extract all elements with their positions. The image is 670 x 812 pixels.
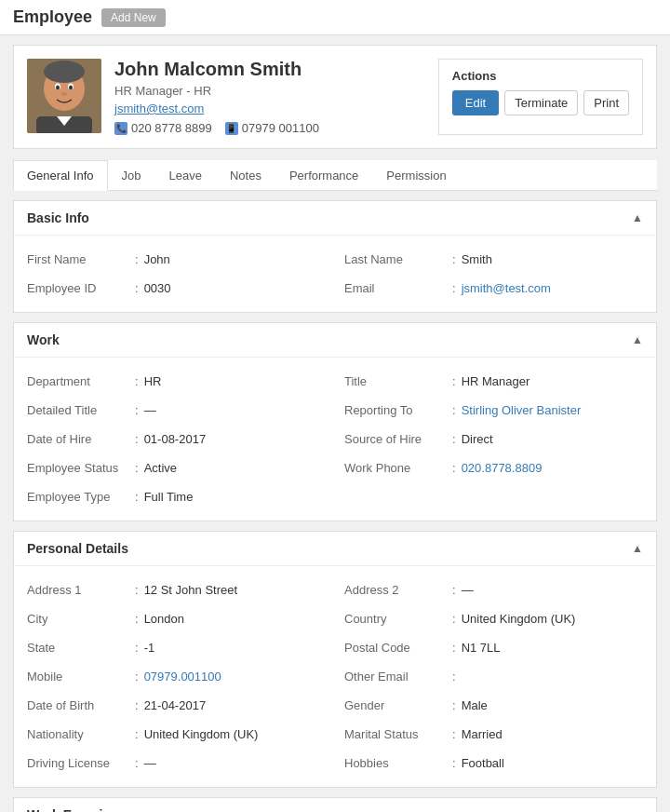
work-toggle: ▲ [632,333,643,346]
date-hire-row: Date of Hire : 01-08-2017 [27,428,326,450]
postal-code-label: Postal Code [344,641,447,655]
basic-info-header[interactable]: Basic Info ▲ [14,201,656,236]
page-title: Employee [13,7,92,27]
mobile-row: Mobile : 07979.001100 [27,666,326,687]
tabs-bar: General Info Job Leave Notes Performance… [13,160,657,191]
nationality-label: Nationality [27,727,129,741]
reporting-to-value: Stirling Oliver Banister [462,403,582,417]
email-value: jsmith@test.com [462,281,551,295]
basic-info-body: First Name : John Last Name : Smith Empl… [14,236,656,312]
detailed-title-label: Detailed Title [27,403,129,417]
tab-notes[interactable]: Notes [216,160,275,191]
source-hire-value: Direct [462,432,493,446]
svg-point-5 [56,86,60,90]
department-value: HR [144,374,162,388]
add-new-button[interactable]: Add New [101,8,166,27]
state-label: State [27,641,129,655]
city-label: City [27,612,129,626]
actions-box: Actions Edit Terminate Print [438,59,643,135]
tab-job[interactable]: Job [108,160,155,191]
department-label: Department [27,374,129,388]
detailed-title-row: Detailed Title : — [27,399,326,421]
address2-label: Address 2 [344,583,447,597]
work-header[interactable]: Work ▲ [14,323,656,358]
actions-title: Actions [452,69,629,83]
email-row: Email : jsmith@test.com [344,277,643,299]
personal-details-body: Address 1 : 12 St John Street Address 2 … [14,566,656,787]
city-value: London [144,612,184,626]
employee-status-row: Employee Status : Active [27,457,326,479]
email-link[interactable]: jsmith@test.com [462,281,551,295]
work-experience-title: Work Experience [27,807,132,812]
marital-status-row: Marital Status : Married [344,724,643,745]
hobbies-label: Hobbies [344,756,447,770]
work-experience-header[interactable]: Work Experience ▲ [14,798,656,812]
tab-leave[interactable]: Leave [155,160,216,191]
department-row: Department : HR [27,371,326,392]
phone-icon: 📞 [114,122,127,135]
last-name-label: Last Name [344,252,447,266]
profile-email[interactable]: jsmith@test.com [114,102,319,115]
driving-license-row: Driving License : — [27,752,326,774]
mobile-value: 07979.001100 [144,670,221,683]
title-value: HR Manager [462,374,530,388]
title-label: Title [344,374,447,388]
phone-contact: 📞 020 8778 8899 [114,121,212,135]
svg-point-2 [44,61,85,83]
hobbies-row: Hobbies : Football [344,752,643,774]
work-phone-value: 020.8778.8809 [462,461,543,475]
employee-type-row: Employee Type : Full Time [27,486,326,508]
other-email-row: Other Email : [344,666,643,687]
profile-info: John Malcomn Smith HR Manager - HR jsmit… [114,59,319,135]
hobbies-value: Football [462,756,504,770]
address2-row: Address 2 : — [344,579,643,601]
profile-name: John Malcomn Smith [114,59,319,80]
work-title: Work [27,332,60,347]
state-row: State : -1 [27,637,326,658]
postal-code-value: N1 7LL [462,641,501,655]
actions-buttons: Edit Terminate Print [452,90,629,115]
employee-id-value: 0030 [144,281,171,295]
profile-left: John Malcomn Smith HR Manager - HR jsmit… [27,59,319,135]
detailed-title-value: — [144,403,156,417]
driving-license-label: Driving License [27,756,129,770]
mobile-contact: 📱 07979 001100 [225,121,319,135]
reporting-to-link[interactable]: Stirling Oliver Banister [462,403,582,417]
print-button[interactable]: Print [583,90,629,115]
marital-status-value: Married [462,727,502,741]
personal-details-header[interactable]: Personal Details ▲ [14,532,656,566]
svg-point-6 [69,86,73,90]
employee-type-label: Employee Type [27,490,129,504]
tab-performance[interactable]: Performance [275,160,372,191]
profile-mobile: 07979 001100 [242,121,319,135]
mobile-link[interactable]: 07979.001100 [144,670,221,683]
gender-label: Gender [344,698,447,712]
date-hire-label: Date of Hire [27,432,129,446]
personal-details-title: Personal Details [27,541,128,556]
first-name-value: John [144,252,170,266]
tab-general-info[interactable]: General Info [13,160,108,191]
gender-row: Gender : Male [344,695,643,716]
other-email-label: Other Email [344,670,447,683]
basic-info-grid: First Name : John Last Name : Smith Empl… [27,249,643,299]
dob-label: Date of Birth [27,698,129,712]
work-body: Department : HR Title : HR Manager Detai… [14,358,656,521]
state-value: -1 [144,641,155,655]
page-header: Employee Add New [0,0,670,35]
dob-value: 21-04-2017 [144,698,207,712]
work-grid: Department : HR Title : HR Manager Detai… [27,371,643,508]
avatar [27,59,101,133]
dob-row: Date of Birth : 21-04-2017 [27,695,326,716]
work-phone-row: Work Phone : 020.8778.8809 [344,457,643,479]
terminate-button[interactable]: Terminate [504,90,578,115]
work-phone-link[interactable]: 020.8778.8809 [462,461,543,475]
marital-status-label: Marital Status [344,727,447,741]
employee-status-value: Active [144,461,177,475]
basic-info-title: Basic Info [27,210,89,225]
country-label: Country [344,612,447,626]
reporting-to-row: Reporting To : Stirling Oliver Banister [344,399,643,421]
tab-permission[interactable]: Permission [372,160,460,191]
email-label: Email [344,281,447,295]
edit-button[interactable]: Edit [452,90,499,115]
employee-status-label: Employee Status [27,461,129,475]
